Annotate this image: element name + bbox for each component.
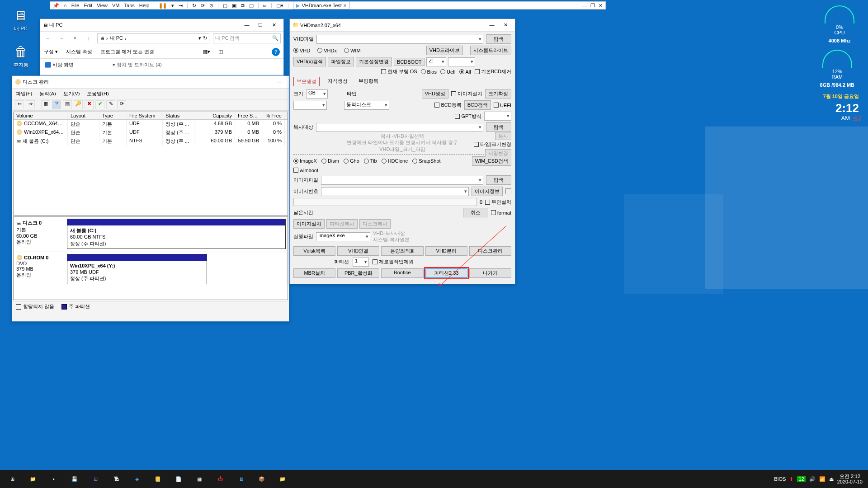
zerofill-check[interactable]: 제로필작업제외 bbox=[373, 258, 414, 265]
radio-hdclone[interactable]: HDClone bbox=[382, 158, 408, 164]
volume-row[interactable]: 📀 Win10XPE_x64 (Y:)단순기본UDF정상 (주 ...379 M… bbox=[14, 128, 288, 137]
snap2-icon[interactable]: ⟳ bbox=[201, 3, 205, 9]
preview-pane-button[interactable]: ◫ bbox=[218, 49, 223, 55]
radio-bios[interactable]: Bios bbox=[421, 69, 437, 75]
start-button[interactable]: ⊞ bbox=[2, 470, 23, 488]
col-fs[interactable]: File System bbox=[127, 112, 163, 119]
imginstall-button[interactable]: 이미지설치 bbox=[293, 219, 325, 229]
radio-all[interactable]: All bbox=[459, 69, 471, 75]
address-bar[interactable]: 🖥 › 내 PC › ▾↻ bbox=[97, 33, 209, 43]
min-button[interactable]: — bbox=[273, 80, 286, 85]
sysprops-button[interactable]: 시스템 속성 bbox=[66, 48, 92, 55]
menu-tabs[interactable]: Tabs bbox=[124, 3, 135, 8]
dropdown-icon[interactable]: ▾ bbox=[171, 3, 174, 9]
gpt-check[interactable]: GPT방식 bbox=[455, 113, 481, 120]
back-icon[interactable]: ⇐ bbox=[15, 100, 24, 109]
text-icon[interactable]: 📄 bbox=[168, 470, 189, 488]
uefi-check[interactable]: UEFI bbox=[494, 103, 511, 108]
noinstall-check[interactable]: 무인설치 bbox=[485, 199, 511, 206]
view-icon[interactable]: ▦ bbox=[41, 100, 50, 109]
grid-icon[interactable]: ▦ bbox=[189, 470, 210, 488]
scan-icon[interactable]: ⟳ bbox=[117, 100, 126, 109]
drive-combo[interactable]: Z: bbox=[426, 57, 446, 66]
col-layout[interactable]: Layout bbox=[68, 112, 99, 119]
partition-combo[interactable]: 1 bbox=[353, 258, 369, 267]
search-input[interactable]: 내 PC 검색 🔍 bbox=[213, 33, 281, 43]
vhdsep-button[interactable]: VHD분리 bbox=[425, 246, 467, 256]
close-button[interactable]: ✕ bbox=[499, 22, 512, 28]
help-icon[interactable]: ? bbox=[52, 100, 61, 109]
power-icon[interactable]: ⏻ bbox=[210, 470, 231, 488]
min-button[interactable]: — bbox=[485, 22, 499, 28]
close-icon[interactable]: ✕ bbox=[599, 3, 603, 9]
desktop-icon-mypc[interactable]: 🖥 내 PC bbox=[7, 8, 34, 32]
col-volume[interactable]: Volume bbox=[14, 112, 68, 119]
refresh-icon[interactable]: 🔑 bbox=[74, 100, 83, 109]
partition-disk0[interactable]: 새 볼륨 (C:)60.00 GB NTFS정상 (주 파티션) bbox=[67, 219, 286, 249]
rename-button[interactable]: 서명변경 bbox=[485, 149, 511, 157]
vhdsearch-button[interactable]: VHD(x)검색 bbox=[293, 57, 326, 66]
cube-icon[interactable]: ◈ bbox=[127, 470, 147, 488]
explorer-titlebar[interactable]: 🖥 내 PC —☐✕ bbox=[40, 19, 283, 32]
radio-dism[interactable]: Dism bbox=[321, 158, 339, 164]
partition233-button[interactable]: 파티션2.33 bbox=[425, 268, 467, 278]
sizeopt-button[interactable]: 용량최적화 bbox=[381, 246, 423, 256]
bcdboot-button[interactable]: BCDBOOT bbox=[394, 58, 425, 66]
size-combo[interactable] bbox=[293, 101, 327, 110]
gpt-combo[interactable] bbox=[484, 112, 511, 121]
col-type[interactable]: Type bbox=[99, 112, 127, 119]
cancel-button[interactable]: 취소 bbox=[463, 208, 488, 217]
exit-button[interactable]: 나가기 bbox=[469, 268, 511, 278]
view3-icon[interactable]: ⧉ bbox=[241, 3, 245, 9]
vhdcreate-button[interactable]: VHD생성 bbox=[422, 89, 448, 99]
view1-icon[interactable]: ▢ bbox=[223, 3, 227, 9]
menu-help[interactable]: Help bbox=[139, 3, 150, 8]
menu-view[interactable]: View bbox=[97, 3, 108, 8]
bootice-button[interactable]: BootIce bbox=[381, 268, 423, 278]
col-capacity[interactable]: Capacity bbox=[194, 112, 235, 119]
vhdfile-combo[interactable] bbox=[316, 35, 483, 44]
close-icon[interactable]: × bbox=[344, 3, 346, 8]
col-free[interactable]: Free Sp... bbox=[235, 112, 262, 119]
radio-tib[interactable]: Tib bbox=[364, 158, 377, 164]
cpu-icon[interactable]: ⊡ bbox=[85, 470, 106, 488]
defchange-button[interactable]: 기본설정변경 bbox=[356, 57, 392, 66]
pin-icon[interactable]: 📌 bbox=[53, 3, 59, 9]
vdisklist-button[interactable]: Vdisk목록 bbox=[293, 246, 335, 256]
vhd-task-icon[interactable]: 📁 bbox=[272, 470, 293, 488]
recent-button[interactable]: ▾ bbox=[70, 33, 80, 43]
col-status[interactable]: Status bbox=[163, 112, 194, 119]
pause-icon[interactable]: ❚❚ bbox=[159, 3, 167, 9]
desktop-icon-recycle[interactable]: 🗑 휴지통 bbox=[7, 44, 34, 68]
wimboot-check[interactable]: wimboot bbox=[293, 168, 318, 173]
help-icon[interactable]: ? bbox=[272, 48, 280, 56]
menu-file[interactable]: 파일(F) bbox=[16, 90, 32, 97]
typesize-check[interactable]: 타입|크기변경 bbox=[474, 141, 511, 147]
imgfile-combo[interactable] bbox=[321, 176, 483, 185]
browse-button[interactable]: 탐색 bbox=[486, 34, 511, 44]
delete-icon[interactable]: ✖ bbox=[85, 100, 94, 109]
fileinfo-button[interactable]: 파일정보 bbox=[328, 57, 354, 66]
sysdrive-combo[interactable] bbox=[448, 57, 475, 66]
radio-imagex[interactable]: ImageX bbox=[293, 158, 317, 164]
volume-row[interactable]: 📀 CCCOMA_X64FRE...단순기본UDF정상 (주 ...4.68 G… bbox=[14, 120, 288, 128]
sysdrive-button[interactable]: 시스템드라이브 bbox=[470, 46, 511, 55]
extsize-button[interactable]: 크기확장 bbox=[485, 89, 511, 99]
wimesd-button[interactable]: WIM_ESD검색 bbox=[472, 156, 511, 166]
menu-vm[interactable]: VM bbox=[112, 3, 120, 8]
radio-wim[interactable]: WIM bbox=[344, 48, 361, 53]
copy-button[interactable]: 복사 bbox=[495, 132, 511, 140]
radio-vhd[interactable]: VHD bbox=[293, 48, 310, 53]
home-icon[interactable]: ⌂ bbox=[64, 3, 67, 8]
partition-cd0[interactable]: Win10XPE_x64 (Y:)379 MB UDF정상 (주 파티션) bbox=[67, 254, 207, 284]
menu-file[interactable]: File bbox=[71, 3, 80, 8]
curboot-check[interactable]: 현재 부팅 OS bbox=[381, 68, 417, 75]
save-icon[interactable]: 💾 bbox=[64, 470, 85, 488]
restore-icon[interactable]: ❐ bbox=[590, 3, 595, 9]
note-icon[interactable]: 📒 bbox=[147, 470, 168, 488]
volume-row[interactable]: 🖴 새 볼륨 (C:)단순기본NTFS정상 (주 ...60.00 GB59.9… bbox=[14, 137, 288, 145]
tab-parentgen[interactable]: 부모생성 bbox=[293, 77, 320, 86]
view4-icon[interactable]: ▢ bbox=[249, 3, 254, 9]
back-button[interactable]: ← bbox=[43, 33, 53, 43]
bcdremove-check[interactable]: 기본BCD제거 bbox=[475, 68, 511, 75]
